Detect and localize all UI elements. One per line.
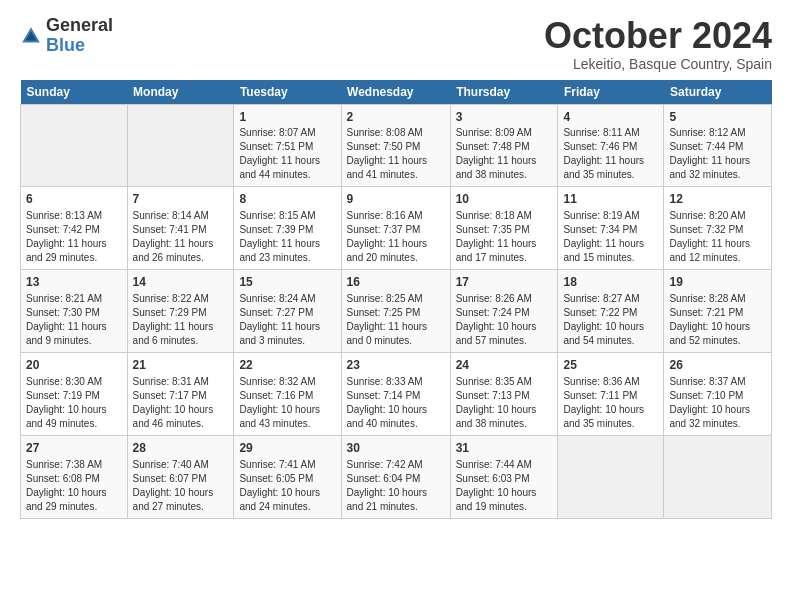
day-number: 11 <box>563 191 658 208</box>
day-number: 8 <box>239 191 335 208</box>
weekday-header: Tuesday <box>234 80 341 105</box>
title-block: October 2024 Lekeitio, Basque Country, S… <box>544 16 772 72</box>
sunset-text: Sunset: 7:29 PM <box>133 307 207 318</box>
daylight-text: Daylight: 10 hours and 32 minutes. <box>669 404 750 429</box>
daylight-text: Daylight: 11 hours and 26 minutes. <box>133 238 214 263</box>
location-subtitle: Lekeitio, Basque Country, Spain <box>544 56 772 72</box>
day-number: 1 <box>239 109 335 126</box>
calendar-cell: 4Sunrise: 8:11 AMSunset: 7:46 PMDaylight… <box>558 104 664 187</box>
calendar-cell: 10Sunrise: 8:18 AMSunset: 7:35 PMDayligh… <box>450 187 558 270</box>
day-number: 12 <box>669 191 766 208</box>
sunrise-text: Sunrise: 8:13 AM <box>26 210 102 221</box>
sunrise-text: Sunrise: 8:07 AM <box>239 127 315 138</box>
calendar-cell: 21Sunrise: 8:31 AMSunset: 7:17 PMDayligh… <box>127 352 234 435</box>
day-number: 6 <box>26 191 122 208</box>
daylight-text: Daylight: 11 hours and 38 minutes. <box>456 155 537 180</box>
day-number: 29 <box>239 440 335 457</box>
sunrise-text: Sunrise: 8:15 AM <box>239 210 315 221</box>
day-number: 22 <box>239 357 335 374</box>
sunset-text: Sunset: 7:22 PM <box>563 307 637 318</box>
sunrise-text: Sunrise: 7:38 AM <box>26 459 102 470</box>
daylight-text: Daylight: 11 hours and 9 minutes. <box>26 321 107 346</box>
sunrise-text: Sunrise: 8:37 AM <box>669 376 745 387</box>
daylight-text: Daylight: 11 hours and 15 minutes. <box>563 238 644 263</box>
calendar-cell: 13Sunrise: 8:21 AMSunset: 7:30 PMDayligh… <box>21 270 128 353</box>
calendar-cell: 26Sunrise: 8:37 AMSunset: 7:10 PMDayligh… <box>664 352 772 435</box>
day-number: 5 <box>669 109 766 126</box>
sunset-text: Sunset: 7:11 PM <box>563 390 637 401</box>
sunrise-text: Sunrise: 7:41 AM <box>239 459 315 470</box>
daylight-text: Daylight: 11 hours and 17 minutes. <box>456 238 537 263</box>
sunrise-text: Sunrise: 8:33 AM <box>347 376 423 387</box>
calendar-cell: 28Sunrise: 7:40 AMSunset: 6:07 PMDayligh… <box>127 435 234 518</box>
calendar-cell: 16Sunrise: 8:25 AMSunset: 7:25 PMDayligh… <box>341 270 450 353</box>
sunrise-text: Sunrise: 8:21 AM <box>26 293 102 304</box>
daylight-text: Daylight: 10 hours and 43 minutes. <box>239 404 320 429</box>
sunset-text: Sunset: 7:27 PM <box>239 307 313 318</box>
calendar-week-row: 6Sunrise: 8:13 AMSunset: 7:42 PMDaylight… <box>21 187 772 270</box>
daylight-text: Daylight: 10 hours and 52 minutes. <box>669 321 750 346</box>
calendar-cell: 14Sunrise: 8:22 AMSunset: 7:29 PMDayligh… <box>127 270 234 353</box>
day-number: 3 <box>456 109 553 126</box>
daylight-text: Daylight: 11 hours and 44 minutes. <box>239 155 320 180</box>
sunset-text: Sunset: 7:50 PM <box>347 141 421 152</box>
sunrise-text: Sunrise: 8:31 AM <box>133 376 209 387</box>
sunrise-text: Sunrise: 8:20 AM <box>669 210 745 221</box>
daylight-text: Daylight: 10 hours and 38 minutes. <box>456 404 537 429</box>
sunrise-text: Sunrise: 8:26 AM <box>456 293 532 304</box>
sunrise-text: Sunrise: 7:42 AM <box>347 459 423 470</box>
logo-text: General Blue <box>46 16 113 56</box>
sunrise-text: Sunrise: 8:18 AM <box>456 210 532 221</box>
calendar-cell: 27Sunrise: 7:38 AMSunset: 6:08 PMDayligh… <box>21 435 128 518</box>
header: General Blue October 2024 Lekeitio, Basq… <box>20 16 772 72</box>
calendar-cell: 17Sunrise: 8:26 AMSunset: 7:24 PMDayligh… <box>450 270 558 353</box>
calendar-cell: 12Sunrise: 8:20 AMSunset: 7:32 PMDayligh… <box>664 187 772 270</box>
sunrise-text: Sunrise: 8:27 AM <box>563 293 639 304</box>
calendar-cell: 23Sunrise: 8:33 AMSunset: 7:14 PMDayligh… <box>341 352 450 435</box>
calendar-cell: 19Sunrise: 8:28 AMSunset: 7:21 PMDayligh… <box>664 270 772 353</box>
calendar-cell: 18Sunrise: 8:27 AMSunset: 7:22 PMDayligh… <box>558 270 664 353</box>
sunset-text: Sunset: 6:04 PM <box>347 473 421 484</box>
sunset-text: Sunset: 6:05 PM <box>239 473 313 484</box>
sunrise-text: Sunrise: 8:28 AM <box>669 293 745 304</box>
sunset-text: Sunset: 7:37 PM <box>347 224 421 235</box>
daylight-text: Daylight: 10 hours and 21 minutes. <box>347 487 428 512</box>
calendar-cell: 8Sunrise: 8:15 AMSunset: 7:39 PMDaylight… <box>234 187 341 270</box>
day-number: 2 <box>347 109 445 126</box>
sunset-text: Sunset: 7:46 PM <box>563 141 637 152</box>
sunset-text: Sunset: 6:08 PM <box>26 473 100 484</box>
sunrise-text: Sunrise: 8:14 AM <box>133 210 209 221</box>
sunrise-text: Sunrise: 8:09 AM <box>456 127 532 138</box>
calendar-cell: 9Sunrise: 8:16 AMSunset: 7:37 PMDaylight… <box>341 187 450 270</box>
weekday-header: Sunday <box>21 80 128 105</box>
day-number: 19 <box>669 274 766 291</box>
calendar-cell: 24Sunrise: 8:35 AMSunset: 7:13 PMDayligh… <box>450 352 558 435</box>
sunset-text: Sunset: 7:16 PM <box>239 390 313 401</box>
sunset-text: Sunset: 6:07 PM <box>133 473 207 484</box>
weekday-header: Friday <box>558 80 664 105</box>
weekday-header: Wednesday <box>341 80 450 105</box>
sunset-text: Sunset: 7:21 PM <box>669 307 743 318</box>
sunset-text: Sunset: 7:19 PM <box>26 390 100 401</box>
daylight-text: Daylight: 11 hours and 20 minutes. <box>347 238 428 263</box>
daylight-text: Daylight: 11 hours and 12 minutes. <box>669 238 750 263</box>
daylight-text: Daylight: 10 hours and 46 minutes. <box>133 404 214 429</box>
day-number: 15 <box>239 274 335 291</box>
weekday-header-row: SundayMondayTuesdayWednesdayThursdayFrid… <box>21 80 772 105</box>
weekday-header: Saturday <box>664 80 772 105</box>
daylight-text: Daylight: 10 hours and 40 minutes. <box>347 404 428 429</box>
sunrise-text: Sunrise: 7:40 AM <box>133 459 209 470</box>
day-number: 28 <box>133 440 229 457</box>
calendar-cell: 11Sunrise: 8:19 AMSunset: 7:34 PMDayligh… <box>558 187 664 270</box>
logo: General Blue <box>20 16 113 56</box>
daylight-text: Daylight: 10 hours and 35 minutes. <box>563 404 644 429</box>
month-title: October 2024 <box>544 16 772 56</box>
sunrise-text: Sunrise: 8:24 AM <box>239 293 315 304</box>
sunrise-text: Sunrise: 7:44 AM <box>456 459 532 470</box>
sunset-text: Sunset: 7:34 PM <box>563 224 637 235</box>
day-number: 9 <box>347 191 445 208</box>
sunset-text: Sunset: 7:51 PM <box>239 141 313 152</box>
sunset-text: Sunset: 7:25 PM <box>347 307 421 318</box>
daylight-text: Daylight: 10 hours and 57 minutes. <box>456 321 537 346</box>
day-number: 25 <box>563 357 658 374</box>
